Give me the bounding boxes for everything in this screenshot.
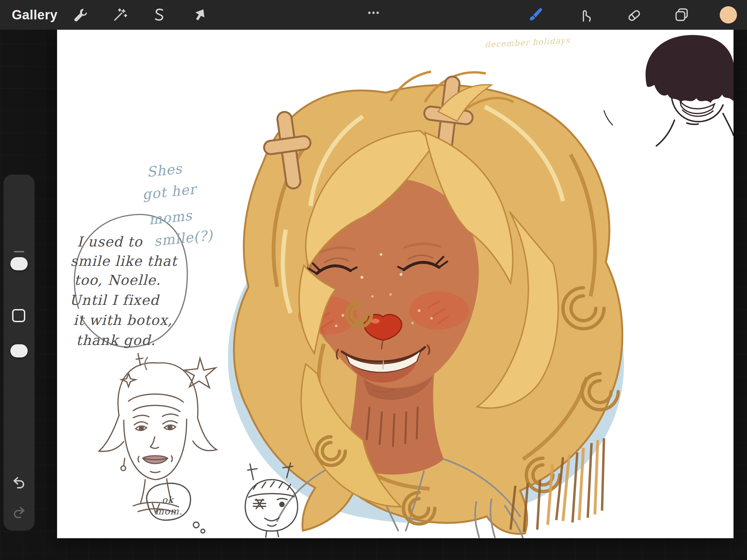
opacity-slider-handle[interactable]	[10, 344, 28, 357]
svg-text:mom.: mom.	[155, 506, 183, 516]
speech-bubble-text: I used to smile like that too, Noelle. U…	[70, 234, 178, 348]
redo-button[interactable]	[11, 504, 27, 520]
color-swatch	[719, 5, 738, 25]
more-dots-icon	[364, 5, 383, 25]
drawing-canvas[interactable]: Shes got her moms smile(?) I used to smi…	[57, 30, 734, 538]
svg-text:thank god.: thank god.	[76, 332, 156, 348]
eraser-icon	[625, 5, 644, 25]
transform-arrow-icon	[190, 5, 210, 25]
top-toolbar: Gallery	[0, 0, 747, 30]
svg-text:smile like that: smile like that	[71, 253, 178, 269]
layers-button[interactable]	[672, 5, 691, 25]
svg-text:Until I fixed: Until I fixed	[70, 292, 160, 308]
more-options-button[interactable]	[364, 5, 383, 25]
gallery-button[interactable]: Gallery	[12, 0, 57, 30]
adjustments-button[interactable]	[110, 5, 130, 25]
grin-sketch	[604, 35, 734, 146]
artwork-illustration: Shes got her moms smile(?) I used to smi…	[57, 30, 734, 538]
selection-s-icon	[150, 5, 170, 25]
eraser-button[interactable]	[625, 5, 644, 25]
mom-sketch	[99, 354, 216, 513]
selection-button[interactable]	[150, 5, 170, 25]
note-moms-smile: Shes got her moms smile(?)	[139, 158, 214, 250]
tool-sidebar	[3, 175, 35, 531]
layers-icon	[672, 5, 691, 25]
svg-text:Shes: Shes	[146, 160, 183, 180]
svg-text:smile(?): smile(?)	[153, 227, 214, 249]
redo-icon	[11, 504, 27, 520]
color-swatch-button[interactable]	[719, 5, 738, 25]
smudge-icon	[575, 5, 594, 25]
svg-text:got her: got her	[141, 181, 199, 203]
artist-signature: december holidays	[485, 35, 571, 49]
undo-icon	[11, 475, 27, 490]
svg-text:moms: moms	[148, 207, 193, 227]
modify-button[interactable]	[12, 309, 25, 322]
slider-tick	[14, 251, 24, 252]
undo-button[interactable]	[11, 475, 27, 490]
svg-text:it with botox,: it with botox,	[73, 312, 173, 328]
svg-text:too, Noelle.: too, Noelle.	[74, 272, 161, 288]
brush-size-slider-handle[interactable]	[10, 257, 28, 270]
paint-brush-button[interactable]	[526, 5, 545, 25]
smudge-button[interactable]	[575, 5, 594, 25]
wrench-icon	[70, 5, 90, 25]
svg-text:I used to: I used to	[77, 234, 143, 250]
magic-wand-icon	[110, 5, 130, 25]
svg-text:ok: ok	[162, 495, 174, 505]
transform-button[interactable]	[190, 5, 210, 25]
paint-brush-icon	[526, 5, 545, 25]
actions-button[interactable]	[70, 5, 90, 25]
